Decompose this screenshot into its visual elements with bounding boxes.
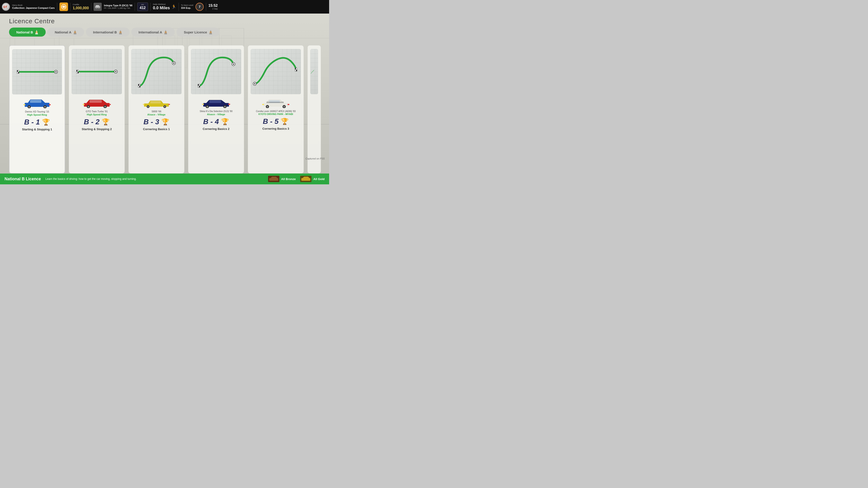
svg-rect-48 bbox=[164, 34, 167, 34]
card-b2-trophy: 🏆 bbox=[102, 118, 110, 126]
next-level-value: 334 Exp. bbox=[181, 6, 193, 9]
svg-rect-117 bbox=[267, 102, 284, 103]
pp-value: 412 bbox=[140, 6, 146, 10]
cone-icon-sl bbox=[209, 30, 213, 34]
time-date: 2 Sep bbox=[209, 8, 218, 10]
card-b1-code: B - 1 bbox=[24, 118, 40, 126]
car-b2-svg bbox=[82, 98, 112, 108]
card-b1-car-name: Demio XD Touring '15 bbox=[25, 110, 49, 113]
collection-icon[interactable] bbox=[59, 2, 68, 11]
divider-3 bbox=[91, 3, 91, 11]
svg-rect-86 bbox=[139, 86, 140, 88]
cards-container: Demio XD Touring '15 High Speed Ring B -… bbox=[9, 45, 329, 173]
captured-text: Captured on PS5 bbox=[306, 157, 324, 160]
divider-7 bbox=[206, 3, 206, 11]
menu-book-section: Menu Book Collection: Japanese Compact C… bbox=[12, 4, 55, 9]
card-b4-car bbox=[200, 97, 232, 109]
car-section: Integra Type R (DC2) '98 FF / 201 BHP / … bbox=[104, 4, 132, 9]
svg-rect-82 bbox=[109, 104, 111, 105]
card-b4-track-name: Alsace - Village bbox=[207, 113, 225, 116]
card-partial-track bbox=[310, 49, 318, 94]
all-bronze-section: All Bronze bbox=[268, 176, 296, 182]
collection-label: Collection: Japanese Compact Cars bbox=[12, 6, 55, 9]
svg-point-107 bbox=[224, 106, 226, 107]
svg-marker-47 bbox=[164, 30, 167, 34]
main-content: Licence Centre National B National A bbox=[0, 13, 329, 173]
card-b4[interactable]: Silvia K's Dia Selection (S13) '90 Alsac… bbox=[188, 45, 244, 173]
card-b1-car bbox=[21, 97, 53, 109]
bottom-bar: National B Licence Learn the basics of d… bbox=[0, 173, 329, 184]
tab-national-a-label: National A bbox=[55, 30, 71, 34]
credits-value: 1,000,000 bbox=[73, 6, 89, 10]
card-b5-code: B - 5 bbox=[263, 117, 278, 126]
card-b4-code: B - 4 bbox=[203, 118, 219, 126]
card-b4-track bbox=[191, 49, 241, 94]
tab-international-b-label: International B bbox=[93, 30, 117, 34]
gt-logo: GT bbox=[2, 3, 10, 11]
card-b3-trophy: 🏆 bbox=[161, 118, 169, 126]
svg-point-105 bbox=[206, 106, 208, 107]
card-b5-title: Cornering Basics 3 bbox=[262, 127, 289, 130]
svg-rect-76 bbox=[90, 100, 102, 103]
card-b4-badge: B - 4 🏆 bbox=[203, 118, 229, 126]
pp-badge: PP 412 bbox=[137, 2, 148, 11]
svg-rect-99 bbox=[199, 86, 200, 88]
car-specs: FF / 201 BHP / 1,080 kg / NA bbox=[104, 7, 132, 9]
tab-national-a[interactable]: National A bbox=[48, 28, 84, 37]
menu-label: Menu Book bbox=[12, 4, 55, 6]
svg-rect-44 bbox=[119, 34, 122, 34]
svg-rect-6 bbox=[96, 5, 99, 7]
svg-point-119 bbox=[267, 106, 268, 107]
card-b5[interactable]: Corolla Levin 1600GT APEX (AE86) '83 KYO… bbox=[248, 45, 304, 173]
divider-1 bbox=[57, 3, 57, 11]
svg-rect-96 bbox=[168, 104, 170, 105]
tab-international-b[interactable]: International B bbox=[86, 28, 129, 37]
svg-point-94 bbox=[164, 106, 166, 107]
level-number: 7 bbox=[199, 5, 200, 8]
svg-rect-81 bbox=[83, 104, 85, 105]
next-level-label: To Next Level bbox=[181, 4, 193, 6]
track-b2-svg bbox=[72, 49, 122, 94]
svg-rect-125 bbox=[301, 178, 310, 181]
card-b5-track-name: KYOTO DRIVING PARK - MIYABI bbox=[258, 113, 293, 116]
svg-rect-36 bbox=[35, 34, 38, 34]
track-b3-svg bbox=[131, 49, 182, 94]
svg-rect-122 bbox=[262, 104, 264, 105]
svg-text:GT: GT bbox=[3, 5, 7, 8]
card-b1-track bbox=[12, 49, 62, 94]
all-bronze-label: All Bronze bbox=[281, 177, 296, 181]
card-b3-badge: B - 3 🏆 bbox=[144, 118, 169, 126]
svg-rect-109 bbox=[228, 104, 230, 105]
card-b2-badge: B - 2 🏆 bbox=[84, 118, 110, 126]
tab-international-a-label: International A bbox=[138, 30, 162, 34]
svg-point-78 bbox=[88, 106, 89, 107]
card-b2-title: Starting & Stopping 2 bbox=[82, 127, 112, 131]
card-b3[interactable]: S800 '66 Alsace - Village B - 3 🏆 Corner… bbox=[128, 45, 184, 173]
bronze-car-icon bbox=[268, 176, 279, 182]
cone-icon-nb bbox=[35, 30, 38, 34]
svg-rect-62 bbox=[30, 100, 41, 103]
tab-national-b[interactable]: National B bbox=[9, 28, 46, 37]
workout-label: Daily Workout bbox=[153, 3, 170, 6]
card-b2[interactable]: GTO Twin Turbo '91 High Speed Ring B - 2… bbox=[69, 45, 125, 173]
svg-rect-71 bbox=[76, 70, 77, 72]
card-b4-car-name: Silvia K's Dia Selection (S13) '90 bbox=[200, 110, 232, 112]
svg-point-80 bbox=[104, 106, 106, 107]
card-b5-car-name: Corolla Levin 1600GT APEX (AE86) '83 bbox=[256, 110, 296, 112]
svg-rect-90 bbox=[150, 101, 161, 103]
svg-point-66 bbox=[44, 106, 46, 108]
topbar: GT Menu Book Collection: Japanese Compac… bbox=[0, 0, 329, 13]
card-b1[interactable]: Demio XD Touring '15 High Speed Ring B -… bbox=[9, 45, 65, 173]
card-b5-badge: B - 5 🏆 bbox=[263, 117, 289, 126]
tab-international-a[interactable]: International A bbox=[131, 28, 175, 37]
tab-national-b-label: National B bbox=[16, 30, 33, 34]
bottom-bar-title: National B Licence bbox=[4, 177, 41, 182]
card-b5-track bbox=[251, 49, 301, 94]
card-b1-title: Starting & Stopping 1 bbox=[22, 128, 52, 131]
svg-rect-40 bbox=[74, 34, 76, 34]
card-b2-car bbox=[81, 97, 113, 109]
credits-section: Credits 1,000,000 bbox=[73, 3, 89, 10]
tab-super-licence[interactable]: Super Licence bbox=[177, 28, 220, 37]
car-b5-svg bbox=[261, 98, 290, 108]
card-b3-car-name: S800 '66 bbox=[151, 110, 161, 113]
